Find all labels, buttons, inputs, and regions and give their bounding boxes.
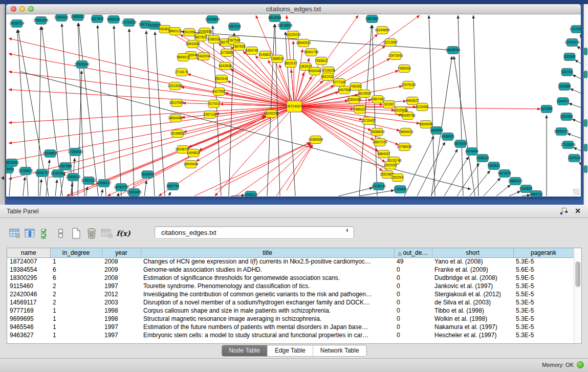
table-cell[interactable]: 14569117 (7, 298, 50, 307)
graph-node[interactable]: 17359926 (68, 148, 83, 156)
table-cell[interactable]: 1998 (102, 315, 141, 323)
table-cell[interactable]: Hescheler et al. (1997) (432, 331, 513, 339)
graph-node[interactable]: 15166852 (170, 130, 185, 138)
network-canvas[interactable]: 2405572420691406218431111065528715276028… (6, 14, 581, 196)
graph-node[interactable]: 14136141 (372, 183, 386, 190)
select-all-rows-button[interactable] (38, 226, 53, 240)
table-cell[interactable]: 2003 (102, 298, 141, 307)
graph-node[interactable]: 1167533 (568, 155, 581, 162)
graph-node[interactable]: 12213393 (168, 82, 183, 90)
graph-node[interactable]: 3624554 (358, 90, 371, 98)
table-cell[interactable]: Jankovic et al. (1997) (432, 282, 513, 290)
close-panel-icon[interactable]: ✕ (575, 207, 581, 215)
graph-node[interactable]: 1615152 (384, 162, 397, 169)
graph-node[interactable]: 9621022 (321, 73, 334, 81)
graph-node[interactable]: 11170001 (570, 26, 581, 33)
table-cell[interactable]: 5.3E-5 (513, 257, 574, 266)
graph-node[interactable]: 3822037 (284, 60, 297, 68)
graph-node[interactable]: 13325419 (286, 31, 301, 39)
graph-node[interactable]: 10807467 (371, 96, 385, 103)
graph-node[interactable]: 18807293 (373, 139, 387, 146)
table-row[interactable]: 1830029562008Estimation of significance … (7, 274, 574, 282)
table-row[interactable]: 911546021997Tourette syndrome. Phenomeno… (7, 282, 574, 290)
graph-node[interactable]: 9657791 (166, 183, 180, 190)
table-cell[interactable]: Tourette syndrome. Phenomenology and cla… (141, 282, 394, 290)
table-chooser-dropdown[interactable]: citations_edges.txt ▲▼ (155, 226, 354, 239)
graph-node[interactable]: 17016504 (561, 141, 576, 149)
graph-node[interactable]: 9146821 (258, 51, 272, 59)
graph-node[interactable]: 8466160 (107, 16, 120, 24)
graph-node[interactable]: 8454749 (245, 47, 258, 55)
table-cell[interactable]: 1997 (102, 323, 141, 331)
graph-node[interactable]: 1499824 (187, 149, 200, 157)
graph-node[interactable]: 9115460 (416, 103, 429, 111)
graph-node[interactable]: 2342004 (197, 53, 210, 60)
graph-node[interactable]: 10688609 (370, 128, 385, 136)
graph-node[interactable]: 9777169 (333, 79, 346, 86)
table-cell[interactable]: 22420046 (7, 290, 50, 298)
graph-node[interactable]: 2803144 (215, 75, 228, 83)
graph-node[interactable]: 18300295 (264, 110, 279, 118)
table-row[interactable]: 1456911722003Disruption of a novel membe… (7, 298, 574, 307)
table-cell[interactable]: Corpus callosum shape and size in male p… (141, 307, 394, 315)
graph-node[interactable]: 16648784 (446, 47, 461, 54)
graph-node[interactable]: 7632621 (487, 162, 500, 170)
graph-node[interactable]: 1527602 (91, 15, 104, 23)
table-cell[interactable]: 1 (50, 323, 102, 331)
table-cell[interactable]: 49 (394, 257, 432, 266)
table-cell[interactable]: 18300295 (7, 274, 50, 282)
graph-node[interactable]: 18724007 (286, 101, 302, 112)
graph-node[interactable]: 16909948 (184, 161, 199, 168)
scrollbar-thumb[interactable] (575, 261, 580, 287)
graph-node[interactable]: 14151947 (51, 170, 66, 178)
table-cell[interactable]: 9115460 (7, 282, 50, 290)
table-cell[interactable]: 0 (394, 323, 432, 331)
table-cell[interactable]: Yano et al. (2008) (432, 257, 513, 266)
graph-node[interactable]: 7485063 (398, 65, 411, 73)
graph-node[interactable]: 1588520 (271, 55, 284, 63)
table-cell[interactable]: 2008 (102, 274, 141, 282)
table-cell[interactable]: 5.3E-5 (513, 298, 574, 307)
table-cell[interactable]: 18724007 (7, 257, 50, 266)
table-cell[interactable]: Genome-wide association studies in ADHD. (141, 266, 394, 274)
table-row[interactable]: 977716911998Corpus callosum shape and si… (7, 307, 574, 315)
resize-grip[interactable] (573, 189, 579, 195)
graph-node[interactable]: 7625402 (141, 171, 154, 179)
graph-node[interactable]: 9474444 (465, 148, 478, 156)
table-cell[interactable]: Embryonic stem cells: a model to study s… (141, 331, 394, 339)
table-cell[interactable]: Franke et al. (2009) (432, 266, 513, 274)
memory-ok-indicator-icon[interactable] (577, 361, 584, 368)
table-cell[interactable]: 5.3E-5 (513, 315, 574, 323)
graph-node[interactable]: 8938923 (441, 133, 454, 141)
table-cell[interactable]: 5.3E-5 (513, 282, 574, 290)
graph-node[interactable]: 3175685 (220, 49, 233, 57)
graph-node[interactable]: 1640954 (430, 127, 443, 135)
network-svg[interactable]: 2405572420691406218431111065528715276028… (6, 14, 581, 196)
table-row[interactable]: 1938455462009Genome-wide association stu… (7, 266, 574, 274)
graph-node[interactable]: 12213967 (383, 39, 398, 47)
graph-node[interactable]: 9242845 (219, 62, 232, 70)
table-cell[interactable]: 9465546 (7, 323, 50, 331)
graph-node[interactable]: 16154808 (375, 27, 390, 34)
table-row[interactable]: 946554611997Estimation of the future num… (7, 323, 574, 331)
unselect-rows-button[interactable] (53, 226, 69, 240)
graph-node[interactable]: 17957223 (81, 177, 96, 185)
table-mode-button[interactable] (7, 226, 23, 240)
tab-network-table[interactable]: Network Table (313, 345, 366, 356)
table-cell[interactable]: Tibbo et al. (1998) (432, 307, 513, 315)
table-cell[interactable]: Structural magnetic resonance image aver… (141, 315, 394, 323)
table-cell[interactable]: Nakamura et al. (1997) (432, 323, 513, 331)
tab-edge-table[interactable]: Edge Table (268, 345, 313, 356)
table-cell[interactable]: 0 (394, 282, 432, 290)
graph-node[interactable]: 20691406 (34, 17, 49, 25)
column-header-title[interactable]: title (141, 248, 394, 257)
graph-node[interactable]: 21843111 (54, 14, 69, 21)
table-cell[interactable]: Estimation of the future numbers of pati… (141, 323, 394, 331)
table-cell[interactable]: Changes of HCN gene expression and I(f) … (141, 257, 394, 266)
table-cell[interactable]: 2012 (102, 290, 141, 298)
column-header-in_degree[interactable]: in_degree (50, 248, 102, 257)
graph-node[interactable]: 11156819 (18, 167, 33, 175)
table-cell[interactable]: 1 (50, 307, 102, 315)
graph-node[interactable]: 9267110 (204, 111, 216, 119)
table-cell[interactable]: 5.5E-5 (513, 290, 574, 298)
